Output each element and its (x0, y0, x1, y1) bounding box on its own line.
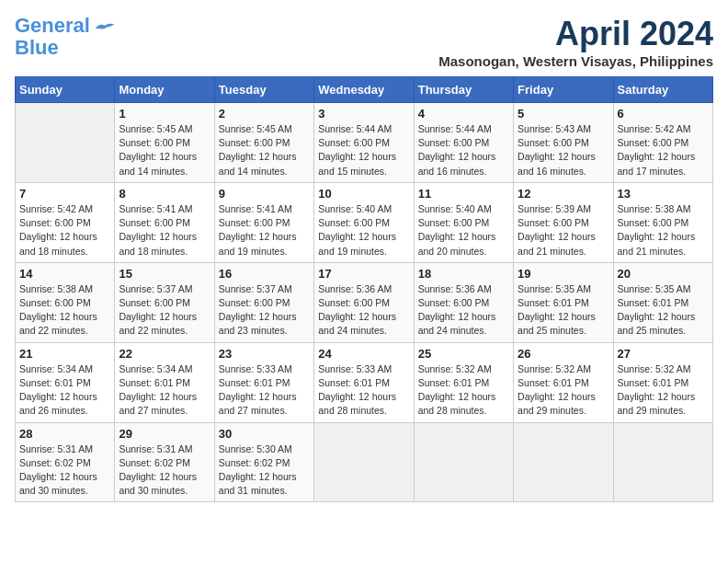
calendar-cell (16, 103, 115, 183)
calendar-cell: 5Sunrise: 5:43 AM Sunset: 6:00 PM Daylig… (514, 103, 613, 183)
calendar-cell: 25Sunrise: 5:32 AM Sunset: 6:01 PM Dayli… (414, 342, 513, 422)
day-number: 27 (618, 347, 709, 361)
calendar-cell: 27Sunrise: 5:32 AM Sunset: 6:01 PM Dayli… (613, 342, 712, 422)
day-info: Sunrise: 5:34 AM Sunset: 6:01 PM Dayligh… (19, 362, 110, 419)
day-info: Sunrise: 5:30 AM Sunset: 6:02 PM Dayligh… (219, 442, 310, 499)
title-block: April 2024 Masonogan, Western Visayas, P… (438, 15, 713, 69)
calendar-cell: 29Sunrise: 5:31 AM Sunset: 6:02 PM Dayli… (115, 422, 214, 502)
calendar-cell: 28Sunrise: 5:31 AM Sunset: 6:02 PM Dayli… (16, 422, 115, 502)
day-header-wednesday: Wednesday (314, 77, 414, 103)
day-number: 18 (418, 267, 509, 281)
day-info: Sunrise: 5:45 AM Sunset: 6:00 PM Dayligh… (219, 122, 310, 178)
calendar-cell: 13Sunrise: 5:38 AM Sunset: 6:00 PM Dayli… (613, 182, 712, 262)
day-number: 2 (219, 107, 310, 121)
calendar-cell: 2Sunrise: 5:45 AM Sunset: 6:00 PM Daylig… (214, 103, 313, 183)
day-number: 29 (119, 427, 210, 441)
page-header: GeneralBlue April 2024 Masonogan, Wester… (15, 15, 713, 69)
day-number: 14 (19, 267, 110, 281)
day-number: 24 (318, 347, 409, 361)
location-subtitle: Masonogan, Western Visayas, Philippines (438, 53, 713, 69)
calendar-cell: 9Sunrise: 5:41 AM Sunset: 6:00 PM Daylig… (214, 182, 313, 262)
day-info: Sunrise: 5:38 AM Sunset: 6:00 PM Dayligh… (618, 202, 709, 259)
day-info: Sunrise: 5:44 AM Sunset: 6:00 PM Dayligh… (418, 122, 509, 178)
day-number: 30 (219, 427, 310, 441)
day-info: Sunrise: 5:33 AM Sunset: 6:01 PM Dayligh… (219, 362, 310, 419)
logo-bird-icon (94, 21, 116, 36)
calendar-week-row: 14Sunrise: 5:38 AM Sunset: 6:00 PM Dayli… (16, 262, 713, 342)
calendar-cell: 8Sunrise: 5:41 AM Sunset: 6:00 PM Daylig… (115, 182, 214, 262)
day-header-friday: Friday (514, 77, 613, 103)
calendar-cell: 19Sunrise: 5:35 AM Sunset: 6:01 PM Dayli… (514, 262, 613, 342)
calendar-cell: 11Sunrise: 5:40 AM Sunset: 6:00 PM Dayli… (414, 182, 513, 262)
day-number: 1 (119, 107, 210, 121)
day-info: Sunrise: 5:38 AM Sunset: 6:00 PM Dayligh… (19, 282, 110, 339)
calendar-cell: 18Sunrise: 5:36 AM Sunset: 6:00 PM Dayli… (414, 262, 513, 342)
calendar-week-row: 7Sunrise: 5:42 AM Sunset: 6:00 PM Daylig… (16, 182, 713, 262)
month-title: April 2024 (438, 15, 713, 53)
day-info: Sunrise: 5:33 AM Sunset: 6:01 PM Dayligh… (318, 362, 409, 419)
day-info: Sunrise: 5:32 AM Sunset: 6:01 PM Dayligh… (618, 362, 709, 419)
day-info: Sunrise: 5:32 AM Sunset: 6:01 PM Dayligh… (518, 362, 609, 419)
calendar-cell: 17Sunrise: 5:36 AM Sunset: 6:00 PM Dayli… (314, 262, 414, 342)
day-number: 23 (219, 347, 310, 361)
day-info: Sunrise: 5:32 AM Sunset: 6:01 PM Dayligh… (418, 362, 509, 419)
day-number: 22 (119, 347, 210, 361)
calendar-cell: 1Sunrise: 5:45 AM Sunset: 6:00 PM Daylig… (115, 103, 214, 183)
day-number: 20 (618, 267, 709, 281)
day-info: Sunrise: 5:40 AM Sunset: 6:00 PM Dayligh… (418, 202, 509, 259)
day-info: Sunrise: 5:41 AM Sunset: 6:00 PM Dayligh… (219, 202, 310, 259)
calendar-cell: 16Sunrise: 5:37 AM Sunset: 6:00 PM Dayli… (214, 262, 313, 342)
day-info: Sunrise: 5:31 AM Sunset: 6:02 PM Dayligh… (119, 442, 210, 499)
calendar-cell: 12Sunrise: 5:39 AM Sunset: 6:00 PM Dayli… (514, 182, 613, 262)
day-info: Sunrise: 5:39 AM Sunset: 6:00 PM Dayligh… (518, 202, 609, 259)
day-number: 19 (518, 267, 609, 281)
day-number: 13 (618, 187, 709, 201)
day-info: Sunrise: 5:31 AM Sunset: 6:02 PM Dayligh… (19, 442, 110, 499)
day-header-tuesday: Tuesday (214, 77, 313, 103)
calendar-cell: 4Sunrise: 5:44 AM Sunset: 6:00 PM Daylig… (414, 103, 513, 183)
day-number: 4 (418, 107, 509, 121)
day-info: Sunrise: 5:42 AM Sunset: 6:00 PM Dayligh… (19, 202, 110, 259)
day-number: 7 (19, 187, 110, 201)
day-number: 8 (119, 187, 210, 201)
day-number: 5 (518, 107, 609, 121)
calendar-week-row: 28Sunrise: 5:31 AM Sunset: 6:02 PM Dayli… (16, 422, 713, 502)
logo-text: GeneralBlue (15, 15, 90, 59)
calendar-cell (414, 422, 513, 502)
day-info: Sunrise: 5:35 AM Sunset: 6:01 PM Dayligh… (518, 282, 609, 339)
day-number: 25 (418, 347, 509, 361)
day-number: 3 (318, 107, 409, 121)
calendar-cell: 14Sunrise: 5:38 AM Sunset: 6:00 PM Dayli… (16, 262, 115, 342)
day-number: 28 (19, 427, 110, 441)
day-info: Sunrise: 5:40 AM Sunset: 6:00 PM Dayligh… (318, 202, 409, 259)
day-info: Sunrise: 5:34 AM Sunset: 6:01 PM Dayligh… (119, 362, 210, 419)
day-number: 6 (618, 107, 709, 121)
calendar-cell (314, 422, 414, 502)
calendar-week-row: 21Sunrise: 5:34 AM Sunset: 6:01 PM Dayli… (16, 342, 713, 422)
day-info: Sunrise: 5:37 AM Sunset: 6:00 PM Dayligh… (119, 282, 210, 339)
calendar-cell: 10Sunrise: 5:40 AM Sunset: 6:00 PM Dayli… (314, 182, 414, 262)
day-info: Sunrise: 5:41 AM Sunset: 6:00 PM Dayligh… (119, 202, 210, 259)
calendar-cell: 21Sunrise: 5:34 AM Sunset: 6:01 PM Dayli… (16, 342, 115, 422)
calendar-cell: 26Sunrise: 5:32 AM Sunset: 6:01 PM Dayli… (514, 342, 613, 422)
day-info: Sunrise: 5:36 AM Sunset: 6:00 PM Dayligh… (318, 282, 409, 339)
day-info: Sunrise: 5:44 AM Sunset: 6:00 PM Dayligh… (318, 122, 409, 178)
day-number: 16 (219, 267, 310, 281)
day-number: 15 (119, 267, 210, 281)
calendar-cell: 7Sunrise: 5:42 AM Sunset: 6:00 PM Daylig… (16, 182, 115, 262)
day-number: 9 (219, 187, 310, 201)
day-number: 12 (518, 187, 609, 201)
day-info: Sunrise: 5:36 AM Sunset: 6:00 PM Dayligh… (418, 282, 509, 339)
day-info: Sunrise: 5:37 AM Sunset: 6:00 PM Dayligh… (219, 282, 310, 339)
calendar-table: SundayMondayTuesdayWednesdayThursdayFrid… (15, 76, 713, 502)
calendar-cell (514, 422, 613, 502)
day-header-saturday: Saturday (613, 77, 712, 103)
day-info: Sunrise: 5:35 AM Sunset: 6:01 PM Dayligh… (618, 282, 709, 339)
calendar-cell: 15Sunrise: 5:37 AM Sunset: 6:00 PM Dayli… (115, 262, 214, 342)
calendar-cell: 23Sunrise: 5:33 AM Sunset: 6:01 PM Dayli… (214, 342, 313, 422)
day-number: 26 (518, 347, 609, 361)
day-info: Sunrise: 5:45 AM Sunset: 6:00 PM Dayligh… (119, 122, 210, 178)
day-number: 11 (418, 187, 509, 201)
calendar-cell: 30Sunrise: 5:30 AM Sunset: 6:02 PM Dayli… (214, 422, 313, 502)
calendar-cell: 20Sunrise: 5:35 AM Sunset: 6:01 PM Dayli… (613, 262, 712, 342)
